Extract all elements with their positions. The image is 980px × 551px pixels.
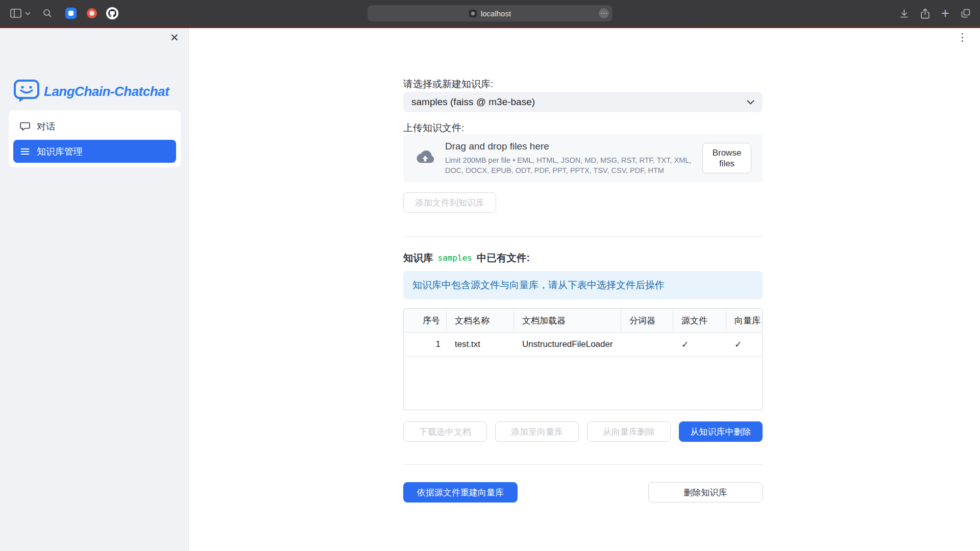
- page-options-icon[interactable]: ⋯: [599, 8, 609, 18]
- kb-select[interactable]: samples (faiss @ m3e-base): [403, 92, 763, 112]
- add-to-vector-store-button[interactable]: 添加至向量库: [495, 421, 579, 442]
- logo-chat-bubble-icon: [13, 79, 40, 104]
- table-action-buttons: 下载选中文档 添加至向量库 从向量库删除 从知识库中删除: [403, 421, 763, 442]
- column-header-vector-store[interactable]: 向量库: [726, 309, 762, 332]
- main-menu-kebab-icon[interactable]: ⋮: [957, 31, 968, 43]
- toolbar-right-group: +: [899, 0, 971, 27]
- add-files-to-kb-button[interactable]: 添加文件到知识库: [403, 192, 496, 213]
- sidebar-nav: 对话 知识库管理: [9, 110, 181, 167]
- cell-splitter: [621, 333, 673, 356]
- nav-item-label: 对话: [37, 120, 55, 133]
- app-logo: LangChain-Chatchat: [13, 79, 169, 104]
- column-header-splitter[interactable]: 分词器: [621, 309, 673, 332]
- files-table: 序号 文档名称 文档加载器 分词器 源文件 向量库 1 test.txt Uns…: [403, 308, 763, 410]
- cell-vector-store-check: ✓: [726, 333, 762, 356]
- heading-suffix: 中已有文件:: [477, 251, 530, 265]
- column-header-source-file[interactable]: 源文件: [673, 309, 726, 332]
- address-bar[interactable]: localhost ⋯: [368, 5, 612, 21]
- cloud-upload-icon: [414, 149, 436, 167]
- cell-loader: UnstructuredFileLoader: [514, 333, 621, 356]
- heading-prefix: 知识库: [403, 251, 433, 265]
- divider: [403, 464, 763, 465]
- dropzone-text-group: Drag and drop files here Limit 200MB per…: [445, 141, 693, 176]
- sidebar-close-icon[interactable]: ✕: [170, 32, 179, 44]
- search-icon[interactable]: [43, 9, 52, 18]
- kb-select-value: samples (faiss @ m3e-base): [411, 96, 535, 108]
- cell-doc-name: test.txt: [447, 333, 514, 356]
- column-header-doc-name[interactable]: 文档名称: [447, 309, 514, 332]
- file-uploader-dropzone[interactable]: Drag and drop files here Limit 200MB per…: [403, 134, 763, 183]
- toolbar-chevron-down-icon[interactable]: [25, 12, 31, 15]
- nav-item-kb-management[interactable]: 知识库管理: [13, 140, 176, 163]
- kb-name-code: samples: [438, 253, 472, 263]
- browser-toolbar: localhost ⋯ +: [0, 0, 980, 27]
- upload-label: 上传知识文件:: [403, 121, 464, 135]
- cell-source-file-check: ✓: [673, 333, 726, 356]
- chevron-down-icon: [747, 100, 754, 105]
- kb-files-heading: 知识库 samples 中已有文件:: [403, 251, 530, 265]
- share-icon[interactable]: [920, 8, 930, 19]
- kb-select-label: 请选择或新建知识库:: [403, 78, 493, 91]
- column-header-loader[interactable]: 文档加载器: [514, 309, 621, 332]
- downloads-icon[interactable]: [899, 9, 909, 18]
- toolbar-left-group: [10, 0, 118, 27]
- github-extension-icon[interactable]: [106, 7, 118, 19]
- cell-index: 1: [404, 333, 447, 356]
- rebuild-vector-store-button[interactable]: 依据源文件重建向量库: [403, 482, 518, 503]
- site-favicon: [469, 10, 477, 17]
- delete-from-vector-store-button[interactable]: 从向量库删除: [587, 421, 671, 442]
- delete-from-kb-button[interactable]: 从知识库中删除: [679, 421, 763, 442]
- nav-item-chat[interactable]: 对话: [13, 115, 176, 138]
- chat-bubble-icon: [20, 121, 30, 131]
- nav-item-label: 知识库管理: [37, 145, 83, 158]
- divider: [403, 236, 763, 237]
- table-header-row: 序号 文档名称 文档加载器 分词器 源文件 向量库: [404, 309, 762, 333]
- extension-icon-orange[interactable]: [87, 8, 97, 18]
- browse-files-button[interactable]: Browse files: [702, 143, 751, 173]
- info-alert: 知识库中包含源文件与向量库，请从下表中选择文件后操作: [403, 271, 763, 299]
- dropzone-title: Drag and drop files here: [445, 141, 693, 152]
- table-row[interactable]: 1 test.txt UnstructuredFileLoader ✓ ✓: [404, 333, 762, 357]
- page-content: 请选择或新建知识库: samples (faiss @ m3e-base) 上传…: [403, 28, 763, 551]
- logo-text: LangChain-Chatchat: [44, 84, 169, 99]
- download-selected-button[interactable]: 下载选中文档: [403, 421, 487, 442]
- sidebar-toggle-icon[interactable]: [10, 9, 21, 18]
- new-tab-icon[interactable]: +: [941, 6, 949, 20]
- tab-overview-icon[interactable]: [961, 8, 971, 18]
- info-text: 知识库中包含源文件与向量库，请从下表中选择文件后操作: [412, 279, 665, 292]
- column-header-index[interactable]: 序号: [404, 309, 447, 332]
- delete-kb-button[interactable]: 删除知识库: [648, 482, 763, 503]
- url-text: localhost: [481, 9, 511, 18]
- dropzone-limit: Limit 200MB per file • EML, HTML, JSON, …: [445, 155, 693, 176]
- sidebar: ✕ LangChain-Chatchat 对话: [0, 28, 189, 551]
- extension-icon-blue[interactable]: [65, 8, 77, 19]
- list-icon: [20, 147, 30, 156]
- main-content: ⋮ 请选择或新建知识库: samples (faiss @ m3e-base) …: [189, 28, 980, 551]
